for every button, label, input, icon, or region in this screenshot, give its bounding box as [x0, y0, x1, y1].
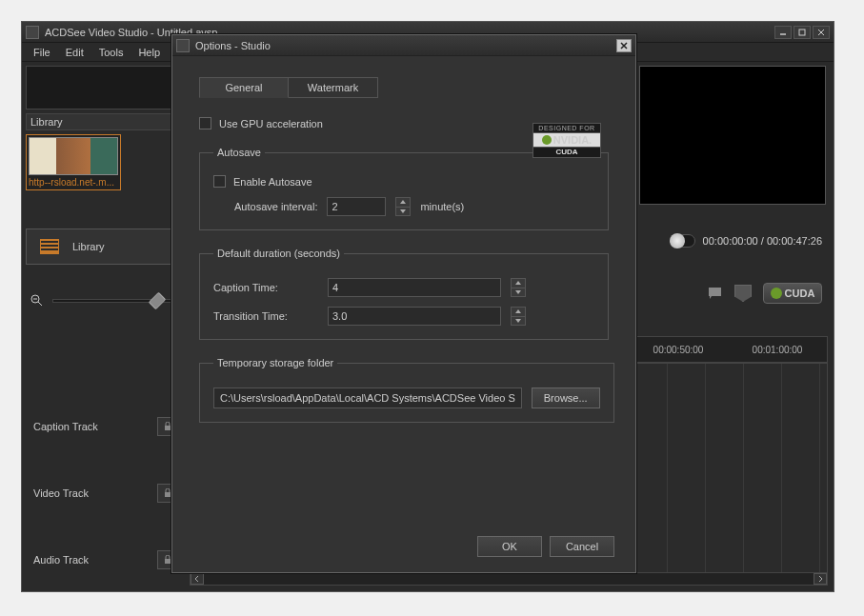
caption-time-row: Caption Time: 4 [213, 278, 594, 297]
library-thumbnail[interactable]: http--rsload.net-.m... [26, 134, 121, 190]
spinner-up-icon[interactable] [512, 308, 525, 317]
gpu-checkbox[interactable] [199, 117, 211, 129]
menu-edit[interactable]: Edit [60, 45, 90, 60]
ok-button[interactable]: OK [477, 536, 542, 557]
right-panel: 00:00:00:00 / 00:00:47:26 CUDA [637, 66, 828, 309]
caption-track-row: Caption Track [26, 403, 186, 450]
autosave-interval-unit: minute(s) [420, 201, 464, 212]
svg-rect-4 [165, 559, 171, 564]
library-tab-label: Library [72, 241, 105, 252]
audio-track-label: Audio Track [33, 554, 89, 566]
dialog-close-button[interactable] [616, 39, 632, 52]
library-header: Library [26, 113, 186, 130]
cuda-badge[interactable]: CUDA [763, 283, 822, 304]
options-dialog: Options - Studio General Watermark Use G… [171, 34, 636, 573]
time-display: 00:00:00:00 / 00:00:47:26 [703, 235, 822, 247]
app-icon [26, 26, 39, 39]
minimize-button[interactable] [774, 26, 792, 39]
tab-general[interactable]: General [199, 77, 289, 98]
menu-help[interactable]: Help [132, 45, 166, 60]
video-preview [639, 66, 826, 205]
autosave-interval-spinner[interactable] [395, 197, 411, 216]
caption-time-value: 4 [332, 282, 338, 293]
horizontal-scrollbar[interactable] [190, 572, 828, 586]
audio-track-row: Audio Track [26, 536, 186, 584]
svg-rect-0 [799, 30, 805, 35]
dialog-icon [176, 39, 190, 52]
dialog-tabs: General Watermark [199, 77, 635, 98]
autosave-legend: Autosave [213, 147, 265, 158]
tool-row: CUDA [637, 277, 828, 309]
autosave-interval-label: Autosave interval: [234, 201, 317, 212]
temp-folder-legend: Temporary storage folder [213, 357, 337, 368]
play-toggle[interactable] [671, 234, 695, 248]
gpu-label: Use GPU acceleration [219, 118, 323, 129]
duration-legend: Default duration (seconds) [213, 248, 344, 259]
marker-icon[interactable] [734, 285, 752, 302]
temp-folder-group: Temporary storage folder C:\Users\rsload… [199, 357, 614, 423]
caption-time-input[interactable]: 4 [328, 278, 501, 297]
timeline-tick-2: 00:01:00:00 [728, 345, 827, 355]
caption-time-label: Caption Time: [213, 282, 318, 293]
nvidia-eye-icon [771, 288, 782, 299]
thumbnail-image [29, 137, 118, 175]
video-track-label: Video Track [33, 487, 89, 499]
library-icon [40, 239, 59, 254]
svg-rect-2 [165, 426, 171, 430]
menu-tools[interactable]: Tools [93, 45, 130, 60]
nvidia-logo-icon [542, 135, 552, 145]
close-button[interactable] [813, 26, 830, 39]
nvidia-badge-mid: NVIDIA. [532, 132, 601, 148]
tab-watermark[interactable]: Watermark [289, 77, 378, 98]
scroll-right-button[interactable] [814, 573, 827, 585]
timeline-ruler[interactable]: 00:00:50:00 00:01:00:00 [628, 336, 828, 363]
nvidia-badge-top: DESIGNED FOR [532, 123, 601, 132]
transition-time-value: 3.0 [332, 310, 347, 322]
transition-time-spinner[interactable] [511, 307, 526, 326]
temp-folder-input[interactable]: C:\Users\rsload\AppData\Local\ACD System… [213, 387, 522, 408]
scroll-left-button[interactable] [191, 573, 204, 585]
caption-track-label: Caption Track [33, 421, 98, 432]
library-tab[interactable]: Library [26, 229, 186, 265]
autosave-interval-input[interactable]: 2 [327, 197, 386, 216]
autosave-interval-row: Autosave interval: 2 minute(s) [213, 197, 594, 216]
nvidia-badge-text: NVIDIA. [553, 134, 592, 146]
spinner-down-icon[interactable] [512, 288, 525, 297]
autosave-checkbox[interactable] [213, 175, 226, 188]
spinner-down-icon[interactable] [512, 317, 525, 326]
autosave-interval-value: 2 [332, 201, 337, 212]
transition-time-input[interactable]: 3.0 [328, 307, 501, 326]
zoom-out-icon[interactable] [30, 293, 45, 308]
browse-button[interactable]: Browse... [532, 387, 600, 408]
track-labels: Caption Track Video Track Audio Track [26, 384, 186, 584]
playback-row: 00:00:00:00 / 00:00:47:26 [637, 222, 828, 260]
timeline-tracks-area[interactable] [628, 363, 828, 582]
maximize-button[interactable] [794, 26, 811, 39]
toggle-knob [670, 233, 685, 248]
svg-rect-5 [709, 288, 721, 296]
nvidia-badge: DESIGNED FOR NVIDIA. CUDA [532, 123, 601, 158]
dialog-titlebar: Options - Studio [172, 35, 635, 56]
transition-time-label: Transition Time: [213, 310, 318, 322]
svg-rect-3 [165, 492, 171, 497]
nvidia-badge-bot: CUDA [532, 148, 601, 158]
thumbnail-caption: http--rsload.net-.m... [29, 177, 118, 188]
chat-icon[interactable] [708, 286, 723, 301]
spinner-up-icon[interactable] [396, 198, 410, 208]
video-track-row: Video Track [26, 469, 186, 517]
spinner-up-icon[interactable] [512, 279, 525, 288]
zoom-slider[interactable] [52, 299, 182, 303]
dialog-body: Use GPU acceleration DESIGNED FOR NVIDIA… [172, 98, 635, 434]
dialog-footer: OK Cancel [477, 536, 614, 557]
cuda-label: CUDA [785, 288, 815, 299]
spinner-down-icon[interactable] [396, 208, 410, 216]
dialog-title: Options - Studio [195, 40, 616, 51]
autosave-enable-row: Enable Autosave [213, 175, 594, 188]
caption-time-spinner[interactable] [511, 278, 526, 297]
cancel-button[interactable]: Cancel [550, 536, 614, 557]
preview-strip [26, 66, 186, 109]
autosave-enable-label: Enable Autosave [233, 176, 312, 188]
temp-folder-row: C:\Users\rsload\AppData\Local\ACD System… [213, 387, 600, 408]
menu-file[interactable]: File [28, 45, 56, 60]
zoom-slider-knob[interactable] [149, 292, 167, 310]
